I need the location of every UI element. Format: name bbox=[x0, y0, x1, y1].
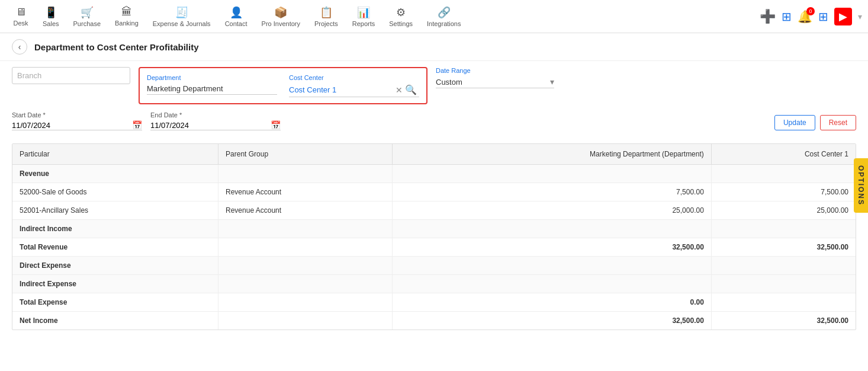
reset-button[interactable]: Reset bbox=[820, 115, 856, 130]
col-particular: Particular bbox=[12, 144, 218, 165]
cost-center-clear-button[interactable]: ✕ bbox=[396, 85, 403, 95]
nav-purchase[interactable]: 🛒 Purchase bbox=[66, 2, 108, 31]
projects-icon: 📋 bbox=[320, 6, 333, 19]
dropdown-arrow[interactable]: ▾ bbox=[858, 12, 862, 21]
banking-icon: 🏛 bbox=[121, 6, 132, 18]
cell-particular: 52001-Ancillary Sales bbox=[12, 202, 218, 220]
cost-center-search-button[interactable]: 🔍 bbox=[403, 84, 419, 95]
report-table: Particular Parent Group Marketing Depart… bbox=[12, 144, 856, 330]
cell-cost-center: 32,500.00 bbox=[711, 238, 856, 257]
table-row: Total Expense0.00 bbox=[12, 293, 856, 312]
nav-integrations[interactable]: 🔗 Integrations bbox=[420, 2, 468, 31]
nav-banking[interactable]: 🏛 Banking bbox=[108, 2, 146, 30]
end-date-group: End Date * 📅 bbox=[150, 111, 281, 130]
department-filter: Department bbox=[147, 74, 277, 95]
nav-expense[interactable]: 🧾 Expense & Journals bbox=[146, 2, 218, 31]
back-button[interactable]: ‹ bbox=[12, 39, 27, 55]
cell-cost-center bbox=[711, 275, 856, 293]
department-input[interactable] bbox=[147, 83, 277, 95]
cell-parent-group bbox=[218, 293, 393, 312]
branch-input[interactable] bbox=[12, 67, 130, 84]
table-row: Direct Expense bbox=[12, 257, 856, 275]
end-date-calendar-icon[interactable]: 📅 bbox=[271, 120, 281, 130]
action-buttons: Update Reset bbox=[774, 115, 856, 130]
cell-parent-group: Revenue Account bbox=[218, 183, 393, 202]
cell-parent-group bbox=[218, 312, 393, 330]
col-parent-group: Parent Group bbox=[218, 144, 393, 165]
cell-cost-center: 32,500.00 bbox=[711, 312, 856, 330]
cost-center-filter: Cost Center Cost Center 1 ✕ 🔍 bbox=[289, 74, 419, 97]
settings-icon: ⚙ bbox=[396, 6, 406, 19]
table-row: Indirect Expense bbox=[12, 275, 856, 293]
add-button[interactable]: ➕ bbox=[760, 9, 776, 24]
notification-bell[interactable]: 🔔 0 bbox=[798, 9, 812, 24]
nav-projects[interactable]: 📋 Projects bbox=[307, 2, 345, 31]
youtube-button[interactable]: ▶ bbox=[834, 8, 852, 25]
date-range-select[interactable]: Custom ▾ bbox=[436, 76, 554, 88]
end-date-input[interactable] bbox=[150, 121, 271, 130]
nav-reports[interactable]: 📊 Reports bbox=[345, 2, 382, 31]
start-date-input[interactable] bbox=[12, 121, 132, 130]
table-row: 52001-Ancillary SalesRevenue Account25,0… bbox=[12, 202, 856, 220]
cell-cost-center: 7,500.00 bbox=[711, 183, 856, 202]
cell-parent-group bbox=[218, 257, 393, 275]
cell-parent-group bbox=[218, 275, 393, 293]
options-tab[interactable]: OPTIONS bbox=[854, 158, 868, 213]
cell-parent-group bbox=[218, 165, 393, 183]
cell-cost-center bbox=[711, 293, 856, 312]
cell-cost-center bbox=[711, 165, 856, 183]
branch-filter bbox=[12, 67, 130, 84]
start-date-calendar-icon[interactable]: 📅 bbox=[132, 120, 142, 130]
cost-center-label: Cost Center bbox=[289, 74, 419, 81]
date-range-label: Date Range bbox=[436, 67, 554, 74]
nav-sales[interactable]: 📱 Sales bbox=[36, 2, 66, 31]
nav-pro-inventory[interactable]: 📦 Pro Inventory bbox=[255, 2, 307, 31]
col-dept: Marketing Department (Department) bbox=[393, 144, 711, 165]
date-range-chevron-icon: ▾ bbox=[550, 77, 554, 87]
cell-particular: Direct Expense bbox=[12, 257, 218, 275]
cost-center-value-row: Cost Center 1 ✕ 🔍 bbox=[289, 83, 419, 97]
report-table-container: Particular Parent Group Marketing Depart… bbox=[12, 143, 856, 330]
top-nav: 🖥 Desk 📱 Sales 🛒 Purchase 🏛 Banking 🧾 Ex… bbox=[0, 0, 868, 33]
cell-particular: Indirect Expense bbox=[12, 275, 218, 293]
cell-parent-group: Revenue Account bbox=[218, 202, 393, 220]
cell-particular: Total Revenue bbox=[12, 238, 218, 257]
notification-badge: 0 bbox=[806, 7, 815, 15]
cell-dept: 25,000.00 bbox=[393, 202, 711, 220]
cell-particular: Revenue bbox=[12, 165, 218, 183]
department-cost-center-section: Department Cost Center Cost Center 1 ✕ 🔍 bbox=[139, 67, 427, 104]
desk-icon: 🖥 bbox=[15, 6, 26, 18]
cell-dept: 0.00 bbox=[393, 293, 711, 312]
start-date-group: Start Date * 📅 bbox=[12, 111, 142, 130]
expense-icon: 🧾 bbox=[175, 6, 188, 19]
start-date-label: Start Date * bbox=[12, 111, 142, 119]
department-label: Department bbox=[147, 74, 277, 81]
nav-desk[interactable]: 🖥 Desk bbox=[6, 2, 36, 30]
cell-dept: 32,500.00 bbox=[393, 312, 711, 330]
col-cost-center: Cost Center 1 bbox=[711, 144, 856, 165]
update-button[interactable]: Update bbox=[774, 115, 815, 130]
page-header: ‹ Department to Cost Center Profitabilit… bbox=[0, 33, 868, 61]
table-row: Net Income32,500.0032,500.00 bbox=[12, 312, 856, 330]
purchase-icon: 🛒 bbox=[81, 6, 94, 19]
cell-dept bbox=[393, 165, 711, 183]
contact-icon: 👤 bbox=[230, 6, 243, 19]
layout-icon[interactable]: ⊞ bbox=[782, 9, 792, 24]
grid-icon[interactable]: ⊞ bbox=[818, 9, 828, 24]
cell-dept bbox=[393, 220, 711, 238]
cell-parent-group bbox=[218, 238, 393, 257]
cell-cost-center bbox=[711, 257, 856, 275]
cell-particular: 52000-Sale of Goods bbox=[12, 183, 218, 202]
nav-settings[interactable]: ⚙ Settings bbox=[382, 2, 420, 31]
table-row: Indirect Income bbox=[12, 220, 856, 238]
table-row: Total Revenue32,500.0032,500.00 bbox=[12, 238, 856, 257]
nav-contact[interactable]: 👤 Contact bbox=[218, 2, 255, 31]
table-header-row: Particular Parent Group Marketing Depart… bbox=[12, 144, 856, 165]
start-date-wrap: 📅 bbox=[12, 120, 142, 130]
integrations-icon: 🔗 bbox=[438, 6, 451, 19]
sales-icon: 📱 bbox=[44, 6, 57, 19]
cell-particular: Net Income bbox=[12, 312, 218, 330]
table-row: Revenue bbox=[12, 165, 856, 183]
reports-icon: 📊 bbox=[357, 6, 370, 19]
cost-center-value-text: Cost Center 1 bbox=[289, 85, 393, 94]
